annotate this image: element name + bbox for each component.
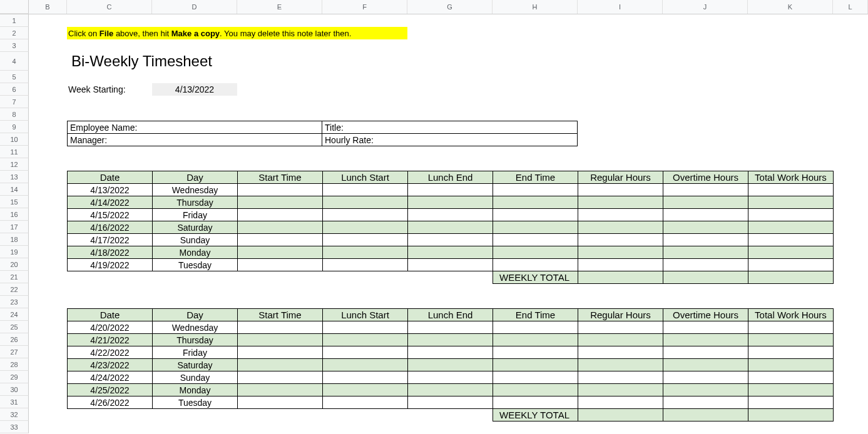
row-header-6[interactable]: 6 — [0, 83, 29, 96]
row-header-13[interactable]: 13 — [0, 171, 29, 183]
table-cell-input[interactable] — [578, 196, 663, 209]
table-cell-input[interactable] — [578, 258, 663, 271]
table-cell-input[interactable] — [493, 221, 578, 234]
row-header-10[interactable]: 10 — [0, 133, 29, 146]
table-cell-input[interactable] — [493, 208, 578, 221]
table-cell-input[interactable] — [407, 358, 493, 371]
row-header-14[interactable]: 14 — [0, 183, 29, 196]
table-cell-input[interactable] — [578, 208, 663, 221]
table-cell-input[interactable] — [237, 258, 323, 271]
row-header-7[interactable]: 7 — [0, 96, 29, 108]
table-cell-input[interactable] — [237, 396, 323, 409]
table-cell-input[interactable] — [748, 346, 834, 359]
table-cell-input[interactable] — [663, 208, 748, 221]
table-cell-input[interactable] — [407, 321, 493, 334]
col-header-I[interactable]: I — [578, 0, 663, 14]
table-cell-input[interactable] — [407, 208, 493, 221]
table-cell-input[interactable] — [407, 346, 493, 359]
table-cell-input[interactable] — [237, 221, 323, 234]
table-cell-input[interactable] — [322, 383, 408, 396]
col-header-D[interactable]: D — [152, 0, 237, 14]
row-header-26[interactable]: 26 — [0, 333, 29, 346]
table-cell-input[interactable] — [663, 258, 748, 271]
table-cell-input[interactable] — [578, 346, 663, 359]
table-cell-input[interactable] — [663, 221, 748, 234]
table-cell-input[interactable] — [578, 358, 663, 371]
row-header-21[interactable]: 21 — [0, 271, 29, 283]
table-cell-input[interactable] — [748, 371, 834, 384]
row-header-16[interactable]: 16 — [0, 208, 29, 221]
table-cell-input[interactable] — [493, 333, 578, 346]
spreadsheet-viewport[interactable]: BCDEFGHIJKL 1234567891011121314151617181… — [0, 0, 868, 434]
table-cell-input[interactable] — [322, 396, 408, 409]
row-header-5[interactable]: 5 — [0, 71, 29, 83]
row-header-25[interactable]: 25 — [0, 321, 29, 333]
select-all-corner[interactable] — [0, 0, 29, 14]
table-cell-input[interactable] — [322, 208, 408, 221]
col-header-F[interactable]: F — [322, 0, 407, 14]
table-cell-input[interactable] — [407, 371, 493, 384]
row-header-33[interactable]: 33 — [0, 421, 29, 433]
row-header-27[interactable]: 27 — [0, 346, 29, 358]
row-header-28[interactable]: 28 — [0, 358, 29, 371]
table-cell-input[interactable] — [237, 196, 323, 209]
row-header-19[interactable]: 19 — [0, 246, 29, 258]
table-cell-input[interactable] — [322, 233, 408, 246]
col-header-H[interactable]: H — [493, 0, 578, 14]
table-cell-input[interactable] — [748, 196, 834, 209]
table-cell-input[interactable] — [237, 233, 323, 246]
table-cell-input[interactable] — [322, 183, 408, 196]
table-cell-input[interactable] — [578, 221, 663, 234]
row-header-9[interactable]: 9 — [0, 121, 29, 133]
table-cell-input[interactable] — [748, 358, 834, 371]
table-cell-input[interactable] — [578, 321, 663, 334]
table-cell-input[interactable] — [663, 396, 748, 409]
table-cell-input[interactable] — [407, 258, 493, 271]
row-header-30[interactable]: 30 — [0, 383, 29, 396]
row-header-32[interactable]: 32 — [0, 408, 29, 421]
table-cell-input[interactable] — [322, 196, 408, 209]
table-cell-input[interactable] — [578, 233, 663, 246]
table-cell-input[interactable] — [663, 321, 748, 334]
week-starting-value[interactable]: 4/13/2022 — [152, 83, 237, 96]
table-cell-input[interactable] — [407, 333, 493, 346]
table-cell-input[interactable] — [322, 346, 408, 359]
row-header-8[interactable]: 8 — [0, 108, 29, 121]
row-header-18[interactable]: 18 — [0, 233, 29, 246]
table-cell-input[interactable] — [237, 321, 323, 334]
table-cell-input[interactable] — [493, 371, 578, 384]
row-header-11[interactable]: 11 — [0, 146, 29, 158]
row-header-20[interactable]: 20 — [0, 258, 29, 271]
table-cell-input[interactable] — [407, 396, 493, 409]
table-cell-input[interactable] — [407, 246, 493, 259]
table-cell-input[interactable] — [663, 383, 748, 396]
row-header-2[interactable]: 2 — [0, 27, 29, 39]
row-header-12[interactable]: 12 — [0, 158, 29, 171]
table-cell-input[interactable] — [578, 396, 663, 409]
table-cell-input[interactable] — [748, 183, 834, 196]
table-cell-input[interactable] — [322, 358, 408, 371]
table-cell-input[interactable] — [493, 246, 578, 259]
table-cell-input[interactable] — [493, 233, 578, 246]
table-cell-input[interactable] — [322, 321, 408, 334]
table-cell-input[interactable] — [578, 246, 663, 259]
row-header-29[interactable]: 29 — [0, 371, 29, 383]
row-header-3[interactable]: 3 — [0, 39, 29, 52]
row-header-31[interactable]: 31 — [0, 396, 29, 408]
row-header-22[interactable]: 22 — [0, 283, 29, 296]
table-cell-input[interactable] — [748, 246, 834, 259]
table-cell-input[interactable] — [237, 246, 323, 259]
table-cell-input[interactable] — [407, 183, 493, 196]
col-header-B[interactable]: B — [29, 0, 67, 14]
row-header-15[interactable]: 15 — [0, 196, 29, 208]
table-cell-input[interactable] — [748, 333, 834, 346]
table-cell-input[interactable] — [237, 346, 323, 359]
table-cell-input[interactable] — [748, 321, 834, 334]
row-header-24[interactable]: 24 — [0, 308, 29, 321]
table-cell-input[interactable] — [322, 333, 408, 346]
table-cell-input[interactable] — [493, 383, 578, 396]
col-header-E[interactable]: E — [237, 0, 322, 14]
table-cell-input[interactable] — [578, 333, 663, 346]
table-cell-input[interactable] — [322, 246, 408, 259]
table-cell-input[interactable] — [663, 233, 748, 246]
